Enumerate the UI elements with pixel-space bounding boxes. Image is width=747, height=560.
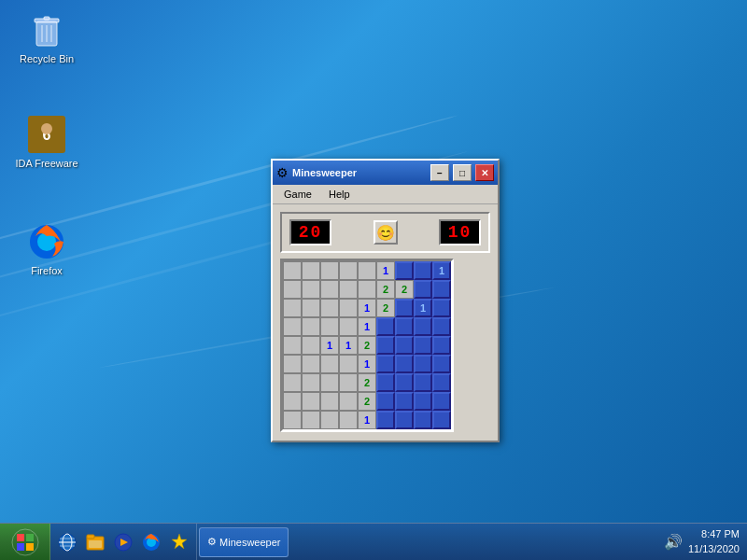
cell[interactable]	[395, 299, 414, 317]
cell[interactable]	[395, 355, 414, 373]
cell[interactable]	[283, 411, 302, 429]
cell[interactable]	[432, 355, 451, 373]
cell[interactable]: 2	[395, 280, 414, 299]
cell[interactable]	[376, 317, 395, 336]
cell[interactable]	[414, 373, 432, 392]
cell[interactable]	[339, 280, 358, 299]
cell[interactable]	[376, 336, 395, 355]
start-button[interactable]	[0, 524, 50, 561]
cell[interactable]: 1	[358, 411, 376, 429]
cell[interactable]	[395, 261, 414, 280]
game-menu[interactable]: Game	[276, 187, 319, 202]
cell[interactable]	[358, 280, 376, 299]
cell[interactable]: 2	[358, 373, 376, 392]
cell[interactable]	[376, 411, 395, 429]
cell[interactable]	[339, 373, 358, 392]
cell[interactable]	[432, 299, 451, 317]
cell[interactable]: 1	[339, 336, 358, 355]
cell[interactable]: 2	[376, 280, 395, 299]
taskbar-minesweeper[interactable]: ⚙ Minesweeper	[199, 527, 289, 557]
cell[interactable]	[283, 373, 302, 392]
cell[interactable]	[302, 336, 320, 355]
firefox-ql-icon[interactable]	[138, 529, 164, 555]
cell[interactable]: 1	[414, 299, 432, 317]
explorer-icon[interactable]	[82, 529, 108, 555]
cell[interactable]	[414, 280, 432, 299]
reset-button[interactable]: 😊	[374, 220, 398, 245]
cell[interactable]	[283, 355, 302, 373]
cell[interactable]	[376, 373, 395, 392]
cell[interactable]	[414, 411, 432, 429]
cell[interactable]	[283, 299, 302, 317]
cell[interactable]	[320, 411, 339, 429]
cell[interactable]	[395, 336, 414, 355]
cell[interactable]	[320, 355, 339, 373]
cell[interactable]	[339, 355, 358, 373]
cell[interactable]	[432, 411, 451, 429]
cell[interactable]	[432, 392, 451, 411]
cell[interactable]	[414, 336, 432, 355]
cell[interactable]: 1	[432, 261, 451, 280]
cell[interactable]: 1	[358, 317, 376, 336]
cell[interactable]	[376, 392, 395, 411]
cell[interactable]	[320, 317, 339, 336]
cell[interactable]	[283, 317, 302, 336]
cell[interactable]	[320, 392, 339, 411]
minimize-button[interactable]: −	[430, 164, 449, 181]
cell[interactable]: 1	[358, 355, 376, 373]
cell[interactable]	[339, 317, 358, 336]
cell[interactable]	[320, 299, 339, 317]
cell[interactable]	[283, 261, 302, 280]
cell[interactable]	[302, 317, 320, 336]
cell[interactable]	[339, 261, 358, 280]
recycle-bin-icon[interactable]: Recycle Bin	[9, 7, 84, 69]
clock[interactable]: 8:47 PM 11/13/2020	[688, 527, 740, 556]
cell[interactable]	[395, 411, 414, 429]
volume-icon[interactable]: 🔊	[664, 533, 683, 551]
cell[interactable]	[339, 392, 358, 411]
ida-freeware-icon[interactable]: 6 IDA Freeware	[9, 112, 84, 174]
cell[interactable]	[302, 299, 320, 317]
close-button[interactable]: ✕	[475, 164, 494, 181]
cell[interactable]: 1	[320, 336, 339, 355]
cell[interactable]	[414, 317, 432, 336]
ie-icon[interactable]	[54, 529, 80, 555]
restore-button[interactable]: □	[453, 164, 472, 181]
cell[interactable]	[414, 392, 432, 411]
cell[interactable]	[302, 392, 320, 411]
cell[interactable]	[283, 392, 302, 411]
cell[interactable]	[302, 280, 320, 299]
cell[interactable]	[302, 373, 320, 392]
cell[interactable]	[395, 392, 414, 411]
cell[interactable]	[302, 261, 320, 280]
cell[interactable]	[320, 373, 339, 392]
cell[interactable]	[414, 261, 432, 280]
cell[interactable]	[302, 411, 320, 429]
title-bar[interactable]: ⚙ Minesweeper − □ ✕	[273, 161, 498, 185]
cell[interactable]: 2	[358, 392, 376, 411]
cell[interactable]	[302, 355, 320, 373]
cell[interactable]: 2	[376, 299, 395, 317]
cell[interactable]	[339, 299, 358, 317]
cell[interactable]	[395, 317, 414, 336]
cell[interactable]: 1	[358, 299, 376, 317]
starburst-icon[interactable]	[166, 529, 192, 555]
cell[interactable]	[432, 280, 451, 299]
cell[interactable]	[414, 355, 432, 373]
cell[interactable]	[395, 373, 414, 392]
cell[interactable]	[283, 280, 302, 299]
cell[interactable]	[358, 261, 376, 280]
cell[interactable]	[320, 261, 339, 280]
cell[interactable]	[283, 336, 302, 355]
help-menu[interactable]: Help	[321, 187, 358, 202]
cell[interactable]	[376, 355, 395, 373]
firefox-icon[interactable]: Firefox	[9, 219, 84, 281]
cell[interactable]	[339, 411, 358, 429]
cell[interactable]	[432, 336, 451, 355]
media-icon[interactable]	[110, 529, 136, 555]
cell[interactable]	[320, 280, 339, 299]
cell[interactable]: 2	[358, 336, 376, 355]
cell[interactable]	[432, 317, 451, 336]
cell[interactable]	[432, 373, 451, 392]
cell[interactable]: 1	[376, 261, 395, 280]
